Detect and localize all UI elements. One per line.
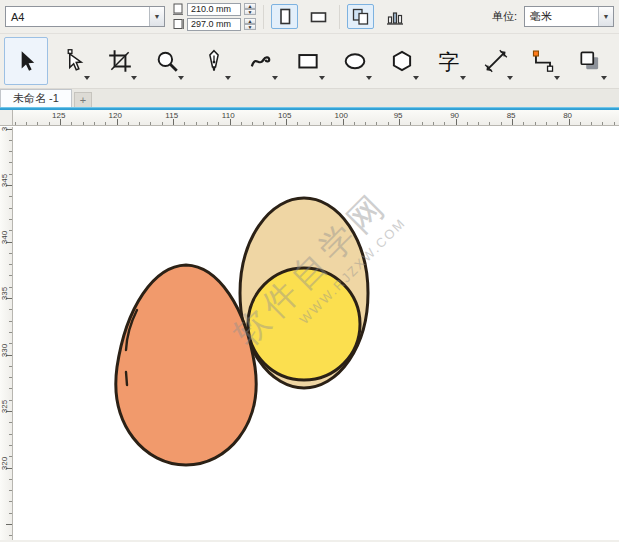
artistic-media-icon <box>248 48 274 74</box>
tool-artistic-media[interactable] <box>239 37 283 85</box>
stacked-pages-icon <box>350 6 372 28</box>
page-size-current-page-button[interactable] <box>381 4 408 29</box>
flyout-arrow-icon <box>84 76 90 80</box>
separator <box>263 5 264 29</box>
rectangle-icon <box>295 48 321 74</box>
paper-height-spinner[interactable]: ▲▼ <box>244 18 256 30</box>
document-tab-label: 未命名 -1 <box>13 91 59 106</box>
pick-arrow-icon <box>13 48 39 74</box>
landscape-icon <box>308 6 330 28</box>
portrait-button[interactable] <box>271 4 298 29</box>
paper-width-icon <box>172 3 184 15</box>
paper-width-input[interactable]: 210.0 mm <box>187 3 241 16</box>
tool-connector[interactable] <box>521 37 565 85</box>
polygon-icon <box>389 48 415 74</box>
paper-size-select[interactable]: A4 ▼ <box>5 6 165 27</box>
paper-width-spinner[interactable]: ▲▼ <box>244 3 256 15</box>
unit-select[interactable]: 毫米 ▼ <box>524 6 614 27</box>
tool-shape[interactable] <box>51 37 95 85</box>
crop-icon <box>107 48 133 74</box>
pen-nib-icon <box>201 48 227 74</box>
drop-shadow-icon <box>577 48 603 74</box>
flyout-arrow-icon <box>366 76 372 80</box>
paper-size-value: A4 <box>6 11 149 23</box>
paper-height-icon <box>172 18 184 30</box>
flyout-arrow-icon <box>413 76 419 80</box>
separator <box>339 5 340 29</box>
page-bars-icon <box>384 6 406 28</box>
document-tab-bar: 未命名 -1 + <box>0 88 619 107</box>
plus-icon: + <box>80 94 86 106</box>
tool-polygon[interactable] <box>380 37 424 85</box>
tool-crop[interactable] <box>98 37 142 85</box>
tool-ellipse[interactable] <box>333 37 377 85</box>
paper-height-input[interactable]: 297.0 mm <box>187 18 241 31</box>
tool-dimension[interactable] <box>474 37 518 85</box>
paper-dimensions: 210.0 mm ▲▼ 297.0 mm ▲▼ <box>172 3 256 31</box>
flyout-arrow-icon <box>554 76 560 80</box>
portrait-icon <box>274 6 296 28</box>
new-document-tab-button[interactable]: + <box>74 92 92 107</box>
workspace: 12512011511010510095908580 3503453403353… <box>0 110 619 540</box>
horizontal-ruler[interactable]: 12512011511010510095908580 <box>13 110 619 126</box>
flyout-arrow-icon <box>272 76 278 80</box>
tool-text[interactable]: 字 <box>427 37 471 85</box>
flyout-arrow-icon <box>319 76 325 80</box>
toolbox: 字 <box>0 33 619 88</box>
zoom-icon <box>154 48 180 74</box>
tool-bezier-pen[interactable] <box>192 37 236 85</box>
landscape-button[interactable] <box>305 4 332 29</box>
whole-egg-shape[interactable] <box>116 265 256 465</box>
unit-label: 单位: <box>492 9 517 24</box>
property-bar: A4 ▼ 210.0 mm ▲▼ 297.0 mm ▲▼ <box>0 0 619 33</box>
flyout-arrow-icon <box>601 76 607 80</box>
chevron-down-icon: ▼ <box>149 7 164 26</box>
flyout-arrow-icon <box>507 76 513 80</box>
flyout-arrow-icon <box>131 76 137 80</box>
tool-drop-shadow[interactable] <box>568 37 612 85</box>
flyout-arrow-icon <box>225 76 231 80</box>
connector-icon <box>530 48 556 74</box>
tab-untitled-document[interactable]: 未命名 -1 <box>0 89 72 107</box>
chevron-down-icon: ▼ <box>598 7 613 26</box>
page-size-all-pages-button[interactable] <box>347 4 374 29</box>
tool-zoom[interactable] <box>145 37 189 85</box>
tool-pick[interactable] <box>4 37 48 85</box>
ellipse-icon <box>342 48 368 74</box>
flyout-arrow-icon <box>178 76 184 80</box>
drawing-canvas[interactable]: 软件自学网 WWW.RJZXW.COM <box>14 127 619 540</box>
text-tool-glyph: 字 <box>439 51 460 72</box>
dimension-icon <box>483 48 509 74</box>
vertical-ruler[interactable]: 350345340335330325320 <box>0 127 13 540</box>
unit-value: 毫米 <box>525 9 598 24</box>
flyout-arrow-icon <box>460 76 466 80</box>
drawing-page[interactable]: 软件自学网 WWW.RJZXW.COM <box>14 127 619 540</box>
tool-rectangle[interactable] <box>286 37 330 85</box>
ruler-origin-corner[interactable] <box>0 110 13 126</box>
shape-arrow-icon <box>60 48 86 74</box>
